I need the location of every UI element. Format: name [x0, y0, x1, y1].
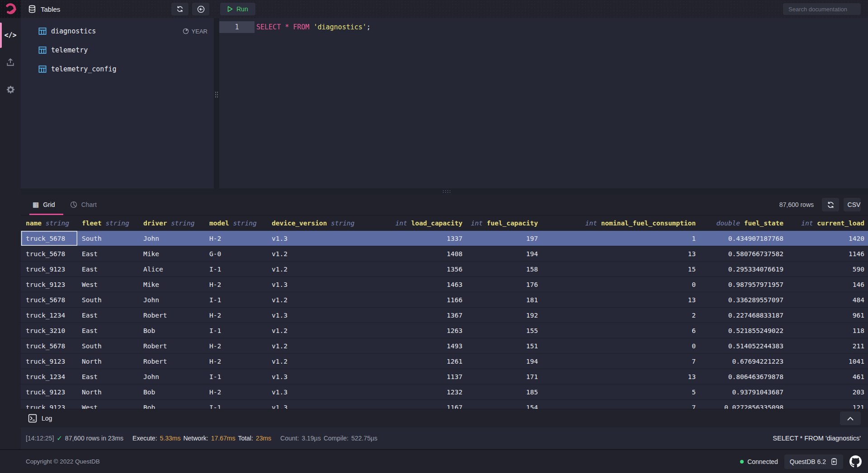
table-row[interactable]: truck_1234EastRobertH-2v1.3136719220.227…	[21, 308, 868, 323]
grid-cell[interactable]: 1	[542, 231, 699, 246]
run-query-button[interactable]: Run	[220, 3, 255, 15]
grid-cell[interactable]: H-2	[205, 308, 267, 323]
grid-cell[interactable]: 0.93791043687	[699, 384, 787, 399]
column-header[interactable]: model string	[205, 220, 267, 227]
grid-cell[interactable]: Mike	[139, 277, 205, 292]
grid-cell[interactable]: I-1	[205, 292, 267, 307]
grid-cell[interactable]: H-2	[205, 231, 267, 246]
grid-cell[interactable]: East	[77, 308, 139, 323]
collapse-tables-button[interactable]	[192, 3, 209, 15]
grid-cell[interactable]: truck_3210	[21, 323, 77, 338]
grid-cell[interactable]: 461	[787, 369, 868, 384]
table-row[interactable]: truck_5678SouthJohnI-1v1.21166181130.336…	[21, 292, 868, 308]
grid-cell[interactable]: v1.3	[267, 231, 358, 246]
grid-cell[interactable]: South	[77, 292, 139, 307]
table-row[interactable]: truck_9123WestMikeH-2v1.3146317600.98795…	[21, 277, 868, 292]
github-icon[interactable]	[849, 455, 862, 468]
column-header[interactable]: int nominal_fuel_consumption	[542, 220, 699, 227]
grid-cell[interactable]: Bob	[139, 400, 205, 409]
rail-item-import[interactable]	[0, 49, 21, 76]
horizontal-splitter[interactable]	[21, 188, 868, 194]
grid-cell[interactable]: 13	[542, 246, 699, 261]
grid-cell[interactable]: 1367	[358, 308, 466, 323]
table-item-telemetry[interactable]: telemetry	[21, 41, 214, 60]
grid-cell[interactable]: 1261	[358, 354, 466, 369]
grid-cell[interactable]: 1146	[787, 246, 868, 261]
grid-cell[interactable]: 121	[787, 400, 868, 409]
grid-cell[interactable]: 0.987957971957	[699, 277, 787, 292]
grid-cell[interactable]: 0	[542, 277, 699, 292]
grid-cell[interactable]: North	[77, 384, 139, 399]
rail-item-console[interactable]: </>	[0, 22, 21, 49]
grid-cell[interactable]: 0	[542, 338, 699, 353]
grid-cell[interactable]: East	[77, 323, 139, 338]
version-pill[interactable]: QuestDB 6.2	[784, 454, 843, 469]
grid-cell[interactable]: truck_9123	[21, 384, 77, 399]
table-row[interactable]: truck_9123NorthRobertH-2v1.2126119470.67…	[21, 354, 868, 369]
grid-cell[interactable]: truck_5678	[21, 292, 77, 307]
grid-cell[interactable]: v1.3	[267, 277, 358, 292]
grid-cell[interactable]: Mike	[139, 246, 205, 261]
grid-cell[interactable]: Bob	[139, 323, 205, 338]
grid-cell[interactable]: 176	[466, 277, 542, 292]
grid-cell[interactable]: 171	[466, 369, 542, 384]
tab-chart[interactable]: Chart	[65, 194, 107, 215]
column-header[interactable]: int current_load	[787, 220, 868, 227]
column-header[interactable]: int fuel_capacity	[466, 220, 542, 227]
grid-cell[interactable]: 1263	[358, 323, 466, 338]
grid-cell[interactable]: 203	[787, 384, 868, 399]
search-documentation-input[interactable]	[783, 3, 861, 15]
grid-cell[interactable]: truck_1234	[21, 369, 77, 384]
vertical-splitter[interactable]	[214, 18, 219, 188]
grid-cell[interactable]: Alice	[139, 262, 205, 276]
column-header[interactable]: double fuel_state	[699, 220, 787, 227]
grid-cell[interactable]: John	[139, 231, 205, 246]
refresh-results-button[interactable]	[822, 198, 839, 211]
grid-cell[interactable]: v1.2	[267, 246, 358, 261]
grid-cell[interactable]: v1.2	[267, 323, 358, 338]
grid-cell[interactable]: 1041	[787, 354, 868, 369]
grid-cell[interactable]: 211	[787, 338, 868, 353]
grid-cell[interactable]: 13	[542, 292, 699, 307]
grid-cell[interactable]: H-2	[205, 338, 267, 353]
grid-cell[interactable]: v1.2	[267, 292, 358, 307]
column-header[interactable]: driver string	[139, 220, 205, 227]
grid-cell[interactable]: 194	[466, 246, 542, 261]
table-row[interactable]: truck_9123WestBobI-1v1.3116715470.027285…	[21, 400, 868, 409]
grid-cell[interactable]: 7	[542, 354, 699, 369]
grid-cell[interactable]: 185	[466, 384, 542, 399]
table-row[interactable]: truck_3210EastBobI-1v1.2126315560.521855…	[21, 323, 868, 338]
grid-cell[interactable]: 1137	[358, 369, 466, 384]
grid-cell[interactable]: v1.3	[267, 308, 358, 323]
table-row[interactable]: truck_5678SouthRobertH-2v1.2149315100.51…	[21, 338, 868, 354]
grid-cell[interactable]: G-0	[205, 246, 267, 261]
sql-editor[interactable]: 1 SELECT * FROM 'diagnostics';	[219, 18, 868, 188]
grid-cell[interactable]: 0.806463679878	[699, 369, 787, 384]
grid-cell[interactable]: 590	[787, 262, 868, 276]
grid-cell[interactable]: v1.2	[267, 338, 358, 353]
refresh-tables-button[interactable]	[171, 3, 189, 15]
questdb-logo[interactable]	[0, 0, 21, 18]
grid-cell[interactable]: v1.2	[267, 354, 358, 369]
grid-cell[interactable]: truck_5678	[21, 246, 77, 261]
grid-cell[interactable]: 0.514052244383	[699, 338, 787, 353]
grid-cell[interactable]: John	[139, 292, 205, 307]
grid-cell[interactable]: Robert	[139, 308, 205, 323]
grid-cell[interactable]: 197	[466, 231, 542, 246]
grid-cell[interactable]: I-1	[205, 369, 267, 384]
grid-cell[interactable]: 155	[466, 323, 542, 338]
grid-cell[interactable]: 0.336289557097	[699, 292, 787, 307]
column-header[interactable]: int load_capacity	[358, 220, 466, 227]
grid-cell[interactable]: South	[77, 338, 139, 353]
grid-cell[interactable]: 1166	[358, 292, 466, 307]
grid-cell[interactable]: 0.295334076619	[699, 262, 787, 276]
grid-cell[interactable]: truck_5678	[21, 338, 77, 353]
grid-cell[interactable]: 1463	[358, 277, 466, 292]
grid-cell[interactable]: truck_9123	[21, 277, 77, 292]
grid-cell[interactable]: truck_5678	[21, 231, 77, 246]
table-item-diagnostics[interactable]: diagnostics YEAR	[21, 22, 214, 41]
rail-item-settings[interactable]	[0, 76, 21, 103]
grid-cell[interactable]: 181	[466, 292, 542, 307]
grid-cell[interactable]: v1.3	[267, 400, 358, 409]
grid-cell[interactable]: 1408	[358, 246, 466, 261]
